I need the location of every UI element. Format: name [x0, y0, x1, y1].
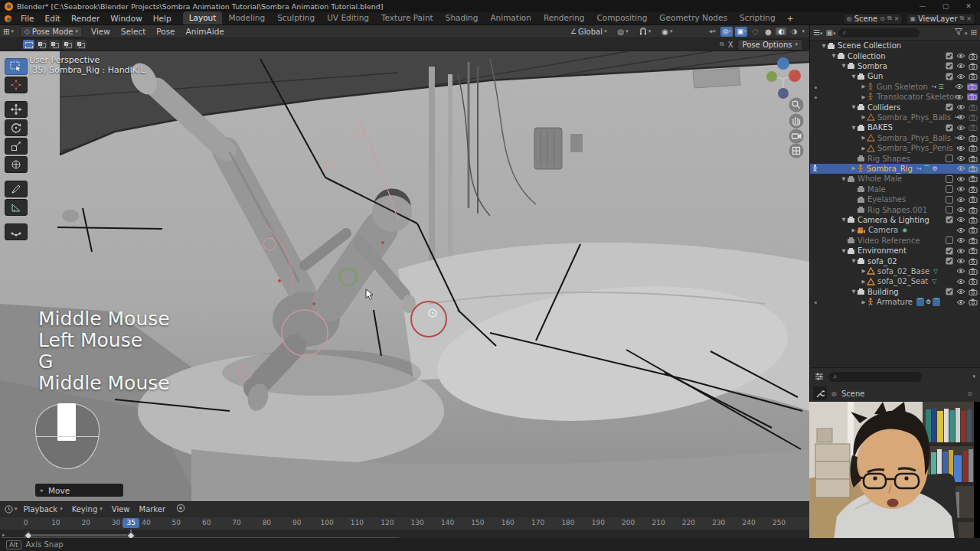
snap-magnet-toggle[interactable]: ▾: [636, 28, 655, 36]
hide-eye-toggle[interactable]: [956, 145, 965, 152]
outliner-row-sombra-rig[interactable]: ▶Sombra_Rig↪⌒⚙: [810, 164, 980, 174]
checkbox-checked-icon[interactable]: [946, 73, 953, 80]
filter-button[interactable]: ▾: [955, 28, 968, 37]
hide-eye-toggle[interactable]: [956, 258, 965, 264]
checkbox-unchecked-icon[interactable]: [946, 236, 953, 244]
workspace-tab-modeling[interactable]: Modeling: [222, 11, 271, 24]
hide-eye-toggle[interactable]: [956, 165, 965, 171]
properties-editor-icon[interactable]: [815, 373, 824, 380]
disable-render-toggle[interactable]: [969, 258, 978, 265]
outliner-search-input[interactable]: ⌕: [838, 28, 920, 37]
current-frame-badge[interactable]: 35: [122, 518, 139, 528]
disable-render-toggle[interactable]: [969, 217, 978, 223]
scene-selector[interactable]: ◍ Scene ⊙ ⧉ ×: [843, 13, 903, 24]
camera-view-button[interactable]: [789, 129, 804, 144]
expand-arrow-icon[interactable]: ▶: [861, 94, 867, 100]
viewport-menu-animaide[interactable]: AnimAide: [181, 27, 230, 36]
disable-render-toggle[interactable]: [969, 186, 978, 193]
outliner-row-camera[interactable]: ▶Camera◉: [810, 225, 980, 235]
copy-icon[interactable]: ⧉: [887, 15, 892, 22]
collapse-arrow-icon[interactable]: ▼: [831, 53, 837, 59]
pose-breakdowner-tool-button[interactable]: [5, 223, 28, 240]
outliner-row-gun[interactable]: ▼Gun: [810, 71, 980, 81]
hide-eye-toggle[interactable]: [956, 299, 965, 305]
3d-viewport[interactable]: User Perspective (35) Sombra_Rig : HandI…: [0, 51, 809, 501]
disable-render-toggle[interactable]: [969, 247, 978, 254]
axis-y-handle[interactable]: [766, 71, 777, 82]
minimize-button[interactable]: —: [911, 0, 934, 12]
checkbox-unchecked-icon[interactable]: [946, 175, 953, 183]
transform-orientation-dropdown[interactable]: ∠ Global ▾: [567, 28, 610, 36]
disable-render-toggle[interactable]: [969, 104, 978, 111]
show-gizmo-toggle[interactable]: ⌖▾: [706, 27, 718, 37]
timeline-menu-keying[interactable]: Keying▾: [67, 505, 107, 514]
collapse-arrow-icon[interactable]: ▼: [851, 258, 857, 264]
disable-render-toggle[interactable]: [969, 145, 978, 152]
hide-eye-toggle[interactable]: [956, 227, 965, 233]
hide-eye-toggle[interactable]: [956, 135, 965, 141]
checkbox-unchecked-icon[interactable]: [946, 196, 953, 204]
hide-eye-toggle[interactable]: [956, 104, 965, 110]
shading-material-button[interactable]: ◐: [776, 28, 786, 35]
outliner-row-building[interactable]: ▼Building: [810, 287, 980, 297]
outliner-row-environment[interactable]: ▼Environment: [810, 246, 980, 256]
outliner-row-translocator-skeleton[interactable]: ▶Translocator Skeleton: [810, 92, 980, 102]
unlink-icon[interactable]: ×: [894, 15, 900, 22]
timeline-ruler[interactable]: 0102030405060708090100110120130140150160…: [0, 516, 809, 530]
checkbox-checked-icon[interactable]: [946, 247, 953, 255]
hide-eye-toggle[interactable]: [956, 289, 965, 295]
outliner-row-eyelashes[interactable]: Eyelashes: [810, 194, 980, 204]
workspace-tab-compositing[interactable]: Compositing: [591, 11, 654, 24]
collapse-arrow-icon[interactable]: ▼: [841, 217, 847, 223]
checkbox-unchecked-icon[interactable]: [946, 206, 953, 214]
hide-eye-toggle[interactable]: [956, 53, 965, 59]
disable-render-toggle[interactable]: [969, 298, 978, 305]
workspace-tab-texture-paint[interactable]: Texture Paint: [375, 11, 439, 24]
new-collection-button[interactable]: ⊞: [971, 28, 977, 37]
shading-dropdown[interactable]: ▾: [802, 28, 805, 34]
disable-render-toggle[interactable]: [969, 155, 978, 162]
disable-render-toggle[interactable]: [969, 135, 978, 142]
pan-hand-button[interactable]: [789, 114, 804, 129]
timeline-menu-playback[interactable]: Playback▾: [19, 505, 67, 514]
disable-render-toggle[interactable]: [969, 63, 978, 70]
hide-eye-toggle[interactable]: [956, 207, 965, 213]
disable-render-toggle[interactable]: [969, 114, 978, 121]
outliner-row-armature[interactable]: ▶Armature⌒⚙⌒: [810, 297, 980, 307]
disable-render-toggle[interactable]: [969, 289, 978, 295]
axis-x-handle[interactable]: [789, 70, 801, 82]
editor-type-button[interactable]: ⊞▾: [0, 28, 17, 36]
outliner-row-sombra[interactable]: ▼Sombra: [810, 61, 980, 71]
operator-panel[interactable]: ▸ Move: [35, 484, 123, 497]
hide-eye-toggle[interactable]: [956, 186, 965, 192]
workspace-tab-layout[interactable]: Layout: [183, 11, 223, 24]
hide-eye-toggle[interactable]: [955, 83, 964, 90]
hide-eye-toggle[interactable]: [956, 197, 965, 203]
blender-menu-icon[interactable]: [5, 15, 11, 22]
hide-eye-toggle[interactable]: [956, 279, 965, 285]
proportional-editing-dropdown[interactable]: ◉▾: [658, 28, 675, 36]
checkbox-checked-icon[interactable]: [946, 52, 953, 60]
collapse-arrow-icon[interactable]: ▼: [841, 176, 847, 182]
workspace-tab-sculpting[interactable]: Sculpting: [271, 11, 321, 24]
measure-tool-button[interactable]: [5, 199, 28, 216]
checkbox-checked-icon[interactable]: [946, 103, 953, 111]
collapse-arrow-icon[interactable]: ▼: [851, 125, 857, 131]
menu-window[interactable]: Window: [105, 14, 147, 23]
editor-type-button[interactable]: ☰▾: [813, 28, 822, 37]
disable-render-toggle[interactable]: [969, 175, 978, 182]
outliner-row-colliders[interactable]: ▼Colliders: [810, 102, 980, 112]
disable-render-toggle[interactable]: [969, 237, 978, 244]
hide-eye-toggle[interactable]: [956, 217, 965, 223]
collapse-arrow-icon[interactable]: ▼: [851, 289, 857, 295]
mode-selector[interactable]: ◇ Pose Mode ▾: [20, 26, 83, 37]
hide-eye-toggle[interactable]: [956, 155, 965, 161]
pivot-point-dropdown[interactable]: ◎▾: [614, 28, 631, 36]
expand-arrow-icon[interactable]: ▶: [851, 165, 857, 171]
checkbox-checked-icon[interactable]: [946, 124, 953, 132]
outliner-row-sofa-02-base[interactable]: ▶sofa_02_Base▽: [810, 266, 980, 276]
shading-solid-button[interactable]: ●: [763, 28, 773, 36]
outliner-row-sombra-phys-balls[interactable]: ▶Sombra_Phys_Balls↪: [810, 112, 980, 122]
disable-render-toggle[interactable]: [969, 73, 978, 80]
hide-eye-toggle[interactable]: [956, 125, 965, 131]
